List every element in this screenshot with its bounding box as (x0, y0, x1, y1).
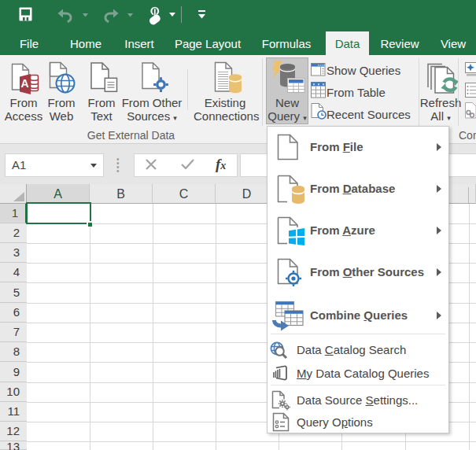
svg-text:A: A (20, 77, 28, 90)
